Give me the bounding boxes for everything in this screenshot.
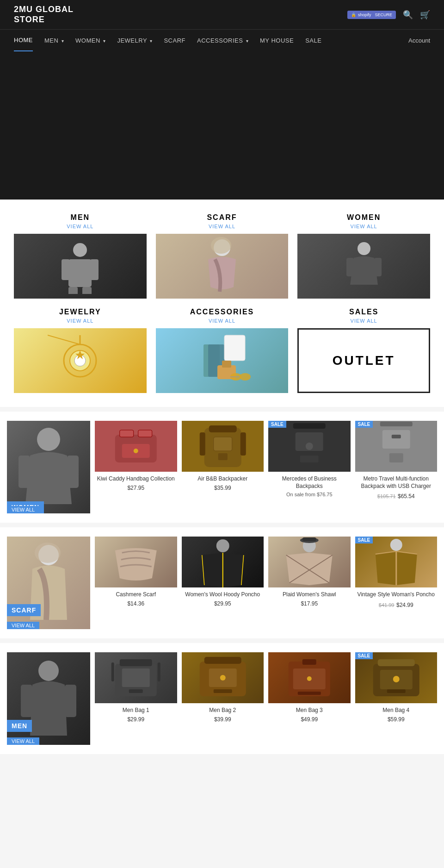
svg-rect-75 — [213, 689, 232, 693]
nav-account[interactable]: Account — [408, 37, 430, 44]
product-wool-poncho[interactable]: Women's Wool Hoody Poncho $29.95 — [182, 537, 264, 607]
header-right: 🔒 shopify SECURE 🔍 🛒 — [347, 10, 430, 20]
product-cashmere-scarf[interactable]: Cashmere Scarf $14.36 — [95, 537, 177, 607]
nav-accessories[interactable]: ACCESSORIES ▾ — [197, 30, 248, 51]
svg-rect-9 — [346, 258, 354, 276]
product-price: $14.36 — [95, 600, 177, 607]
category-jewelry-title: JEWELRY — [14, 308, 147, 316]
women-viewall[interactable]: VIEW ALL — [7, 506, 39, 513]
nav-scarf[interactable]: SCARF — [164, 30, 185, 51]
product-original-price: $41.99 — [379, 602, 395, 608]
product-price: $29.99 — [95, 716, 177, 723]
svg-rect-67 — [122, 668, 150, 687]
category-accessories-image[interactable] — [156, 328, 289, 393]
svg-point-51 — [216, 539, 229, 552]
cart-icon[interactable]: 🛒 — [420, 10, 430, 20]
category-men-image[interactable] — [14, 234, 147, 299]
svg-rect-45 — [380, 422, 412, 426]
nav-women[interactable]: WOMEN ▾ — [75, 30, 105, 51]
product-image — [268, 421, 351, 472]
svg-rect-63 — [21, 685, 32, 717]
svg-rect-10 — [374, 258, 382, 276]
svg-point-7 — [211, 237, 231, 254]
main-nav: HOME MEN ▾ WOMEN ▾ JEWELRY ▾ SCARF ACCES… — [0, 29, 444, 51]
nav-men[interactable]: MEN ▾ — [44, 30, 64, 51]
svg-rect-85 — [387, 689, 405, 693]
product-name: Mercedes of Business Backpacks — [268, 475, 351, 490]
svg-point-0 — [73, 243, 87, 257]
category-men-viewall[interactable]: VIEW ALL — [14, 224, 147, 229]
product-mercedes-backpack[interactable]: SALE Mercedes of Business Backpacks On s… — [268, 421, 351, 497]
chevron-down-icon: ▾ — [62, 38, 64, 44]
category-grid: MEN VIEW ALL SCARF VIEW ALL WOME — [0, 200, 444, 407]
category-scarf-image[interactable] — [156, 234, 289, 299]
product-metro-backpack[interactable]: SALE Metro Travel Multi-function Backpac… — [355, 421, 438, 500]
product-image — [268, 652, 351, 703]
women-section: WOMEN VIEW ALL Kiwi Caddy Handbag Collec… — [0, 412, 444, 523]
product-sale-price: $24.99 — [396, 602, 413, 608]
category-sales-image[interactable]: OUTLET — [297, 328, 430, 393]
category-scarf-viewall[interactable]: VIEW ALL — [156, 224, 289, 229]
svg-point-62 — [38, 661, 59, 681]
category-jewelry-image[interactable] — [14, 328, 147, 393]
category-women-image[interactable] — [297, 234, 430, 299]
site-logo[interactable]: 2MU GLOBAL STORE — [14, 5, 74, 25]
shopify-badge: 🔒 shopify SECURE — [347, 11, 396, 19]
product-price: $39.99 — [182, 716, 264, 723]
svg-rect-42 — [300, 456, 319, 462]
product-men-bag3[interactable]: Men Bag 3 $49.99 — [268, 652, 351, 723]
men-featured-block[interactable]: MEN VIEW ALL — [7, 652, 90, 745]
nav-home[interactable]: HOME — [14, 30, 33, 51]
header: 2MU GLOBAL STORE 🔒 shopify SECURE 🔍 🛒 — [0, 0, 444, 29]
svg-rect-27 — [67, 456, 79, 488]
scarf-viewall[interactable]: VIEW ALL — [7, 622, 39, 629]
svg-point-79 — [307, 676, 312, 681]
product-prices: $105.71 $65.54 — [355, 492, 438, 500]
chevron-down-icon: ▾ — [246, 38, 249, 44]
svg-rect-36 — [218, 453, 227, 460]
women-products-row: WOMEN VIEW ALL Kiwi Caddy Handbag Collec… — [7, 421, 437, 513]
product-kiwi-handbag[interactable]: Kiwi Caddy Handbag Collection $27.95 — [95, 421, 177, 491]
svg-rect-5 — [82, 287, 92, 294]
category-jewelry-viewall[interactable]: VIEW ALL — [14, 318, 147, 324]
product-price: $17.95 — [268, 600, 351, 607]
sale-badge: SALE — [355, 652, 373, 659]
product-air-backpacker[interactable]: Air B&B Backpacker $35.99 — [182, 421, 264, 491]
nav-myhouse[interactable]: MY HOUSE — [260, 30, 294, 51]
product-image — [355, 652, 438, 703]
product-image — [268, 537, 351, 587]
men-label: MEN — [7, 720, 32, 732]
product-name: Vintage Style Woman's Poncho — [355, 591, 438, 599]
product-price: $27.95 — [95, 485, 177, 491]
chevron-down-icon: ▾ — [150, 38, 153, 44]
category-scarf: SCARF VIEW ALL — [156, 213, 289, 299]
scarf-featured-block[interactable]: SCARF VIEW ALL — [7, 537, 90, 629]
nav-jewelry[interactable]: JEWELRY ▾ — [117, 30, 152, 51]
svg-rect-66 — [120, 659, 152, 666]
women-featured-block[interactable]: WOMEN VIEW ALL — [7, 421, 90, 513]
product-price: $49.99 — [268, 716, 351, 723]
product-men-bag4[interactable]: SALE Men Bag 4 $59.99 — [355, 652, 438, 723]
category-accessories-viewall[interactable]: VIEW ALL — [156, 318, 289, 324]
sale-badge: SALE — [355, 537, 373, 543]
product-vintage-poncho[interactable]: SALE Vintage Style Woman's Poncho $41.99… — [355, 537, 438, 609]
svg-point-32 — [134, 449, 138, 453]
svg-point-23 — [240, 373, 251, 381]
product-men-bag1[interactable]: Men Bag 1 $29.99 — [95, 652, 177, 723]
category-sales-viewall[interactable]: VIEW ALL — [297, 318, 430, 324]
svg-rect-40 — [293, 423, 326, 429]
men-viewall[interactable]: VIEW ALL — [7, 737, 39, 745]
category-women-title: WOMEN — [297, 213, 430, 222]
scarf-products-row: SCARF VIEW ALL Cashmere Scarf $14.36 — [7, 537, 437, 629]
search-icon[interactable]: 🔍 — [403, 10, 413, 20]
product-image — [95, 421, 177, 472]
svg-rect-64 — [65, 685, 76, 717]
product-men-bag2[interactable]: Men Bag 2 $39.99 — [182, 652, 264, 723]
category-accessories-title: ACCESSORIES — [156, 308, 289, 316]
product-image — [95, 652, 177, 703]
product-name: Cashmere Scarf — [95, 591, 177, 599]
nav-sale[interactable]: SALE — [305, 30, 321, 51]
category-women-viewall[interactable]: VIEW ALL — [297, 224, 430, 229]
product-plaid-shawl[interactable]: Plaid Women's Shawl $17.95 — [268, 537, 351, 607]
shopify-sublabel: SECURE — [375, 12, 392, 17]
